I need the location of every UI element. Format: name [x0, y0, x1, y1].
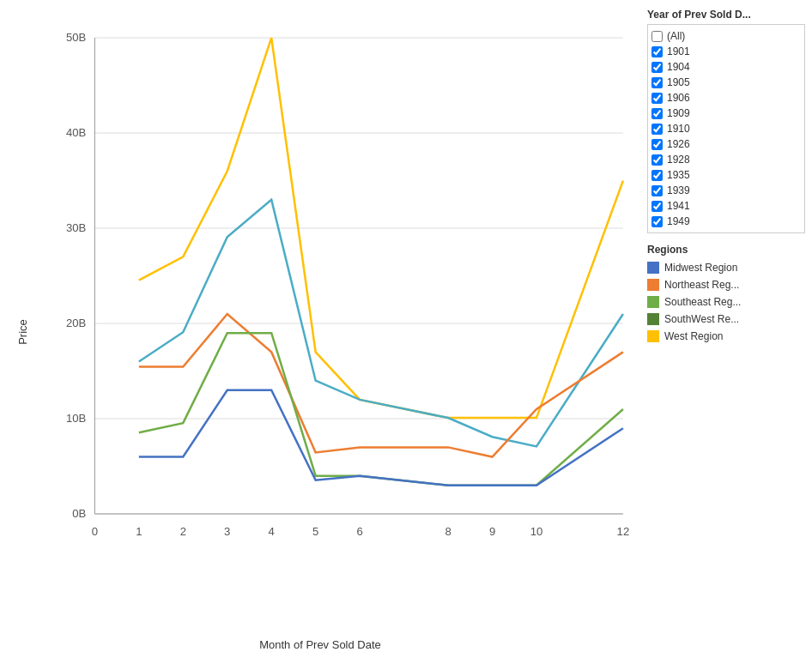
filter-checkbox[interactable]	[651, 93, 663, 104]
legend-section: Regions Midwest RegionNortheast Reg...So…	[647, 244, 805, 345]
legend-title: Regions	[647, 244, 805, 256]
svg-text:50B: 50B	[66, 31, 87, 44]
filter-title: Year of Prev Sold D...	[647, 9, 805, 21]
filter-checkbox[interactable]	[651, 31, 663, 42]
filter-label: 1935	[667, 169, 690, 181]
filter-item[interactable]: 1928	[651, 152, 801, 167]
svg-text:4: 4	[269, 525, 275, 538]
filter-checkbox[interactable]	[651, 46, 663, 57]
filter-checkbox[interactable]	[651, 139, 663, 150]
filter-checkbox[interactable]	[651, 201, 663, 212]
filter-item[interactable]: 1904	[651, 59, 801, 75]
filter-label: 1904	[667, 61, 690, 73]
filter-checkbox[interactable]	[651, 77, 663, 88]
svg-text:6: 6	[356, 525, 362, 538]
filter-checkbox[interactable]	[651, 62, 663, 73]
legend-color-swatch	[647, 279, 659, 291]
legend-label: SouthWest Re...	[664, 313, 739, 325]
legend-label: West Region	[664, 330, 723, 342]
filter-item[interactable]: 1926	[651, 136, 801, 152]
filter-item[interactable]: 1941	[651, 198, 801, 214]
filter-label: 1939	[667, 184, 690, 196]
filter-item[interactable]: 1906	[651, 90, 801, 106]
filter-item[interactable]: 1909	[651, 106, 801, 121]
legend-color-swatch	[647, 313, 659, 325]
svg-text:40B: 40B	[66, 126, 87, 139]
filter-checkbox[interactable]	[651, 216, 663, 227]
x-axis-label: Month of Prev Sold Date	[259, 638, 381, 651]
filter-checkbox[interactable]	[651, 124, 663, 135]
filter-item[interactable]: (All)	[651, 28, 801, 44]
filter-label: 1909	[667, 107, 690, 119]
filter-label: 1949	[667, 215, 690, 227]
legend-item: SouthWest Re...	[647, 311, 805, 328]
chart-container: Price 50B 40B 30B 20B 10B 0B 0 1 2 3 4 5…	[0, 0, 640, 664]
filter-label: 1941	[667, 200, 690, 212]
legend-color-swatch	[647, 296, 659, 308]
y-axis-label: Price	[16, 319, 29, 345]
svg-text:0: 0	[92, 525, 98, 538]
legend-item: Midwest Region	[647, 259, 805, 276]
svg-text:2: 2	[180, 525, 186, 538]
svg-text:1: 1	[136, 525, 142, 538]
svg-text:20B: 20B	[66, 317, 87, 329]
filter-item[interactable]: 1910	[651, 121, 801, 136]
line-southwest	[139, 333, 623, 486]
filter-checkbox[interactable]	[651, 108, 663, 119]
filter-checkbox[interactable]	[651, 154, 663, 166]
filter-item[interactable]: 1949	[651, 214, 801, 229]
svg-text:0B: 0B	[72, 507, 86, 520]
filter-item[interactable]: 1905	[651, 75, 801, 90]
svg-text:30B: 30B	[66, 221, 87, 234]
legend-item: Southeast Reg...	[647, 293, 805, 311]
legend-item: Northeast Reg...	[647, 276, 805, 293]
svg-text:5: 5	[312, 525, 318, 538]
sidebar: Year of Prev Sold D... (All)190119041905…	[640, 0, 812, 664]
svg-text:10B: 10B	[66, 412, 87, 425]
filter-label: 1910	[667, 123, 690, 135]
legend-color-swatch	[647, 330, 659, 342]
svg-text:9: 9	[489, 525, 495, 538]
filter-item[interactable]: 1939	[651, 183, 801, 198]
filter-label: (All)	[667, 30, 685, 42]
filter-label: 1905	[667, 76, 690, 88]
year-filter-scroll[interactable]: (All)19011904190519061909191019261928193…	[651, 28, 801, 229]
filter-label: 1906	[667, 92, 690, 104]
filter-checkbox[interactable]	[651, 185, 663, 196]
svg-text:3: 3	[224, 525, 230, 538]
filter-item[interactable]: 1901	[651, 44, 801, 59]
filter-item[interactable]: 1935	[651, 167, 801, 183]
legend-item: West Region	[647, 328, 805, 345]
svg-text:10: 10	[530, 525, 543, 538]
year-filter-box: (All)19011904190519061909191019261928193…	[647, 24, 805, 233]
legend-label: Midwest Region	[664, 262, 737, 274]
line-northeast	[139, 314, 623, 457]
svg-text:12: 12	[617, 525, 630, 538]
legend-color-swatch	[647, 262, 659, 274]
legend-label: Southeast Reg...	[664, 296, 741, 308]
filter-label: 1926	[667, 138, 690, 150]
filter-checkbox[interactable]	[651, 170, 663, 181]
svg-text:8: 8	[445, 525, 451, 538]
legend-label: Northeast Reg...	[664, 279, 739, 291]
line-chart: 50B 40B 30B 20B 10B 0B 0 1 2 3 4 5 6 8 9…	[60, 17, 632, 613]
filter-label: 1928	[667, 154, 690, 166]
filter-label: 1901	[667, 45, 690, 57]
